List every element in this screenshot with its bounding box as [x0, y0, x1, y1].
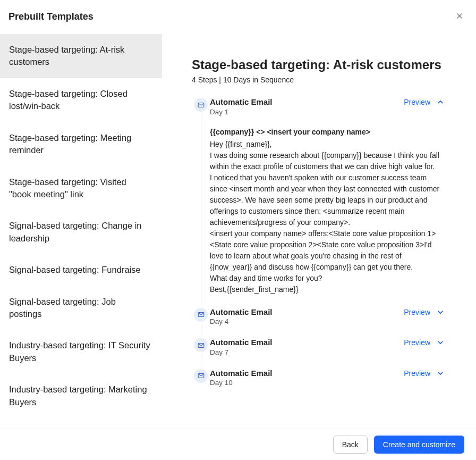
- step-day: Day 7: [210, 348, 273, 356]
- step-connector: [201, 324, 201, 336]
- email-subject: {{company}} <> <insert your company name…: [210, 127, 444, 138]
- step-head: Automatic EmailDay 7Preview: [210, 337, 444, 356]
- template-title: Stage-based targeting: At-risk customers: [192, 57, 444, 72]
- sidebar-item[interactable]: Signal-based targeting: Change in leader…: [0, 210, 162, 254]
- step-body: Automatic EmailDay 10Preview: [210, 368, 444, 399]
- step-day: Day 1: [210, 108, 273, 116]
- preview-toggle[interactable]: Preview: [404, 369, 444, 378]
- email-icon: [194, 369, 208, 383]
- step-title: Automatic Email: [210, 307, 273, 317]
- chevron-down-icon: [437, 339, 444, 346]
- chevron-down-icon: [437, 308, 444, 316]
- create-and-customize-button[interactable]: Create and customize: [374, 436, 464, 454]
- email-body-line: What day and time works for you?: [210, 273, 444, 284]
- preview-toggle[interactable]: Preview: [404, 98, 444, 106]
- step-gutter: [192, 97, 210, 307]
- modal-footer: Back Create and customize: [0, 429, 476, 460]
- preview-toggle[interactable]: Preview: [404, 338, 444, 347]
- email-body-line: Hey {{first_name}},: [210, 139, 444, 150]
- sequence-step: Automatic EmailDay 1Preview{{company}} <…: [192, 97, 444, 307]
- step-day: Day 4: [210, 317, 273, 325]
- email-body-line: I was doing some research about {{compan…: [210, 150, 444, 172]
- template-detail: Stage-based targeting: At-risk customers…: [162, 29, 476, 429]
- preview-label: Preview: [404, 369, 430, 378]
- email-icon: [194, 98, 208, 112]
- email-body-line: I noticed that you haven't spoken with o…: [210, 172, 444, 228]
- sequence-step: Automatic EmailDay 7Preview: [192, 337, 444, 368]
- preview-toggle[interactable]: Preview: [404, 308, 444, 316]
- preview-label: Preview: [404, 308, 430, 316]
- sidebar-item[interactable]: Stage-based targeting: Meeting reminder: [0, 122, 162, 166]
- step-day: Day 10: [210, 379, 273, 387]
- modal-header: Prebuilt Templates: [0, 0, 476, 29]
- step-gutter: [192, 307, 210, 338]
- chevron-up-icon: [437, 98, 444, 106]
- template-subline: 4 Steps | 10 Days in Sequence: [192, 76, 444, 84]
- email-icon: [194, 308, 208, 322]
- step-body: Automatic EmailDay 4Preview: [210, 307, 444, 338]
- sidebar-item[interactable]: Industry-based targeting: Marketing Buye…: [0, 374, 162, 418]
- modal-title: Prebuilt Templates: [8, 11, 94, 22]
- sidebar-item[interactable]: Stage-based targeting: At-risk customers: [0, 34, 162, 78]
- chevron-down-icon: [437, 370, 444, 377]
- sidebar-item[interactable]: Stage-based targeting: Closed lost/win-b…: [0, 78, 162, 122]
- close-icon[interactable]: [454, 10, 465, 23]
- step-gutter: [192, 368, 210, 399]
- step-title: Automatic Email: [210, 97, 273, 107]
- email-content: {{company}} <> <insert your company name…: [210, 127, 444, 295]
- sidebar-item[interactable]: Stage-based targeting: Visited "book mee…: [0, 166, 162, 211]
- step-head: Automatic EmailDay 4Preview: [210, 307, 444, 326]
- sidebar-item[interactable]: Signal-based targeting: Fundraise: [0, 254, 162, 286]
- sidebar-item[interactable]: Industry-based targeting: IT Security Bu…: [0, 330, 162, 374]
- preview-label: Preview: [404, 98, 430, 106]
- email-body-line: Best,{{sender_first_name}}: [210, 284, 444, 295]
- sidebar-item[interactable]: Industry-based targeting: Sales: [0, 418, 162, 429]
- step-head: Automatic EmailDay 1Preview: [210, 97, 444, 116]
- email-icon: [194, 338, 208, 352]
- step-title: Automatic Email: [210, 368, 273, 379]
- modal-body: Stage-based targeting: At-risk customers…: [0, 29, 476, 429]
- step-body: Automatic EmailDay 1Preview{{company}} <…: [210, 97, 444, 307]
- back-button[interactable]: Back: [333, 436, 368, 454]
- step-body: Automatic EmailDay 7Preview: [210, 337, 444, 368]
- steps-list: Automatic EmailDay 1Preview{{company}} <…: [192, 97, 444, 398]
- preview-label: Preview: [404, 338, 430, 347]
- step-gutter: [192, 337, 210, 368]
- step-connector: [201, 114, 201, 305]
- email-body-line: <insert your company name> offers:<State…: [210, 228, 444, 273]
- sequence-step: Automatic EmailDay 10Preview: [192, 368, 444, 399]
- sidebar-item[interactable]: Signal-based targeting: Job postings: [0, 286, 162, 330]
- step-head: Automatic EmailDay 10Preview: [210, 368, 444, 387]
- step-connector: [201, 354, 201, 366]
- template-sidebar: Stage-based targeting: At-risk customers…: [0, 29, 162, 429]
- sequence-step: Automatic EmailDay 4Preview: [192, 307, 444, 338]
- step-title: Automatic Email: [210, 337, 273, 348]
